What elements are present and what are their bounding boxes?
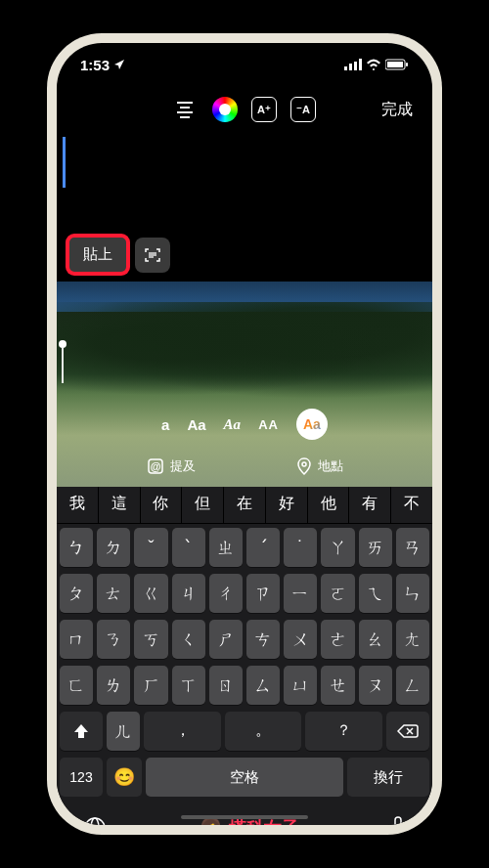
key[interactable]: ㄡ	[359, 666, 392, 705]
return-key[interactable]: 換行	[347, 758, 429, 797]
question-key[interactable]: ？	[305, 712, 381, 751]
svg-rect-5	[387, 62, 403, 67]
keyboard-footer: 👩 塔科女子	[60, 803, 429, 825]
font-option[interactable]: Aa	[187, 416, 205, 433]
key[interactable]: ㄋ	[97, 620, 130, 659]
key[interactable]: ㄎ	[134, 620, 167, 659]
numbers-key[interactable]: 123	[60, 758, 103, 797]
key[interactable]: ㄢ	[396, 528, 429, 567]
text-cursor	[62, 348, 64, 383]
editor-canvas[interactable]: 貼上 a Aa Aa AA Aa @ 提及	[57, 133, 432, 485]
key[interactable]: ㄑ	[172, 620, 205, 659]
key[interactable]: ㄣ	[396, 574, 429, 613]
key[interactable]: ˙	[284, 528, 317, 567]
key[interactable]: ㄦ	[107, 712, 140, 751]
key[interactable]: ㄠ	[359, 620, 392, 659]
key[interactable]: ˊ	[246, 528, 280, 567]
key[interactable]: ㄐ	[172, 574, 205, 613]
key[interactable]: ˋ	[172, 528, 205, 567]
suggestion[interactable]: 好	[266, 485, 308, 523]
font-option[interactable]: a	[161, 416, 169, 433]
svg-text:？: ？	[336, 724, 351, 738]
key[interactable]: ㄤ	[396, 620, 429, 659]
key[interactable]: ㄆ	[60, 574, 93, 613]
screen: 1:53 A⁺ ⁻A 完成 貼上	[57, 43, 432, 825]
color-picker-icon[interactable]	[212, 97, 238, 122]
font-option-active[interactable]: Aa	[296, 409, 328, 440]
shift-key[interactable]	[60, 712, 103, 751]
story-photo-background	[57, 282, 432, 487]
keyboard: ㄅㄉˇˋㄓˊ˙ㄚㄞㄢ ㄆㄊㄍㄐㄔㄗㄧㄛㄟㄣ ㄇㄋㄎㄑㄕㄘㄨㄜㄠㄤ ㄈㄌㄏㄒㄖㄙㄩ…	[57, 524, 432, 825]
key[interactable]: ㄈ	[60, 666, 93, 705]
comma-key[interactable]: ，	[144, 712, 220, 751]
key[interactable]: ㄛ	[321, 574, 354, 613]
key[interactable]: ㄗ	[246, 574, 280, 613]
suggestion[interactable]: 但	[182, 485, 224, 523]
key[interactable]: ㄌ	[97, 666, 130, 705]
font-option[interactable]: Aa	[224, 416, 242, 433]
key[interactable]: ㄓ	[209, 528, 243, 567]
key[interactable]: ㄒ	[172, 666, 205, 705]
suggestion[interactable]: 不	[391, 485, 432, 523]
suggestion[interactable]: 這	[99, 485, 141, 523]
slider-track[interactable]	[63, 137, 66, 188]
key[interactable]: ㄔ	[209, 574, 243, 613]
align-icon[interactable]	[171, 96, 199, 123]
status-time: 1:53	[80, 57, 110, 73]
phone-frame: 1:53 A⁺ ⁻A 完成 貼上	[47, 33, 442, 835]
suggestion[interactable]: 他	[308, 485, 350, 523]
notch	[161, 43, 328, 70]
key[interactable]: ˇ	[134, 528, 167, 567]
svg-rect-0	[344, 66, 347, 70]
svg-rect-1	[349, 64, 352, 70]
svg-text:。: 。	[255, 724, 271, 738]
text-effect-1-button[interactable]: A⁺	[251, 97, 277, 122]
key[interactable]: ㄞ	[359, 528, 392, 567]
keyboard-suggestions: 我 這 你 但 在 好 他 有 不	[57, 485, 432, 524]
key[interactable]: ㄥ	[396, 666, 429, 705]
suggestion[interactable]: 你	[141, 485, 183, 523]
text-effect-2-button[interactable]: ⁻A	[290, 97, 316, 122]
done-button[interactable]: 完成	[381, 100, 413, 120]
battery-icon	[385, 59, 409, 70]
svg-point-22	[85, 818, 105, 825]
slider-handle[interactable]	[59, 340, 67, 348]
space-key[interactable]: 空格	[146, 758, 343, 797]
paste-button[interactable]: 貼上	[67, 235, 129, 275]
globe-key[interactable]	[83, 816, 107, 825]
home-indicator[interactable]	[181, 815, 308, 819]
mention-button[interactable]: @ 提及	[147, 457, 196, 475]
key[interactable]: ㄩ	[284, 666, 317, 705]
key[interactable]: ㄘ	[246, 620, 280, 659]
key[interactable]: ㄏ	[134, 666, 167, 705]
period-key[interactable]: 。	[225, 712, 301, 751]
key[interactable]: ㄕ	[209, 620, 243, 659]
svg-rect-6	[406, 63, 408, 66]
location-button[interactable]: 地點	[296, 457, 343, 475]
key[interactable]: ㄧ	[284, 574, 317, 613]
suggestion[interactable]: 我	[57, 485, 99, 523]
key[interactable]: ㄨ	[284, 620, 317, 659]
key[interactable]: ㄉ	[97, 528, 130, 567]
dictation-key[interactable]	[390, 816, 406, 825]
key[interactable]: ㄍ	[134, 574, 167, 613]
key[interactable]: ㄜ	[321, 620, 354, 659]
key[interactable]: ㄚ	[321, 528, 354, 567]
svg-text:，: ，	[175, 724, 191, 738]
suggestion[interactable]: 有	[349, 485, 391, 523]
key[interactable]: ㄙ	[246, 666, 280, 705]
key[interactable]: ㄇ	[60, 620, 93, 659]
keyboard-bottom-row: 123 😊 空格 換行	[60, 758, 429, 797]
backspace-key[interactable]	[386, 712, 429, 751]
suggestion[interactable]: 在	[224, 485, 266, 523]
key[interactable]: ㄟ	[359, 574, 392, 613]
font-option[interactable]: AA	[258, 417, 279, 432]
key[interactable]: ㄅ	[60, 528, 93, 567]
emoji-key[interactable]: 😊	[107, 758, 142, 797]
key[interactable]: ㄊ	[97, 574, 130, 613]
scan-text-button[interactable]	[135, 238, 170, 273]
key[interactable]: ㄖ	[209, 666, 243, 705]
svg-rect-25	[395, 817, 401, 825]
key[interactable]: ㄝ	[321, 666, 354, 705]
svg-point-16	[302, 462, 306, 466]
